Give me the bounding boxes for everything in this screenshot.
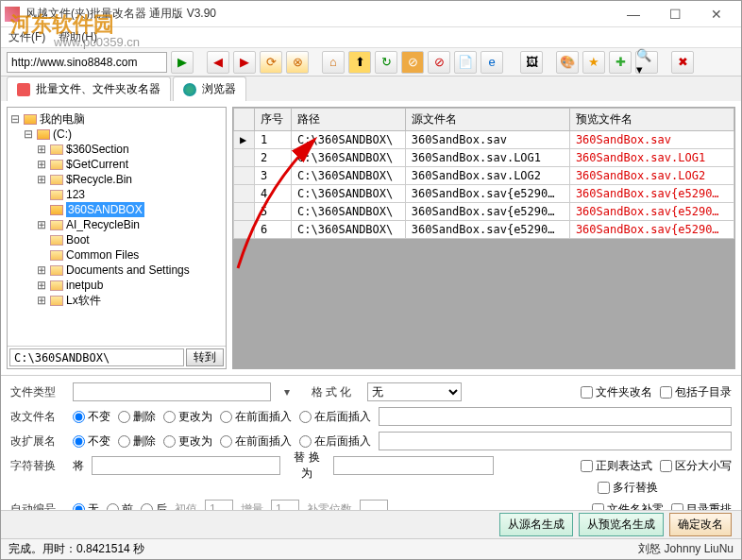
- window-title: 风越文件(夹)批量改名器 通用版 V3.90: [25, 6, 613, 22]
- name-del-radio[interactable]: 删除: [118, 409, 156, 425]
- name-value-input[interactable]: [379, 407, 732, 426]
- tree-panel: ⊟我的电脑⊟(C:)⊞$360Section⊞$GetCurrent⊞$Recy…: [7, 107, 227, 369]
- name-keep-radio[interactable]: 不变: [73, 409, 110, 425]
- tab-renamer-label: 批量文件、文件夹改名器: [36, 81, 160, 97]
- doc-icon[interactable]: 📄: [454, 51, 477, 74]
- ext-value-input[interactable]: [379, 432, 732, 450]
- ext-suf-radio[interactable]: 在后面插入: [299, 433, 371, 450]
- format-select[interactable]: 无: [367, 382, 462, 401]
- name-suf-radio[interactable]: 在后面插入: [299, 409, 371, 425]
- title-bar: 风越文件(夹)批量改名器 通用版 V3.90 — ☐ ✕: [1, 1, 741, 27]
- delete-icon[interactable]: ⊘: [401, 51, 424, 74]
- table-row[interactable]: ▶1C:\360SANDBOX\360SandBox.sav360SandBox…: [234, 131, 734, 149]
- table-row[interactable]: 6C:\360SANDBOX\360SandBox.sav{e5290…360S…: [234, 221, 734, 239]
- ie-icon[interactable]: e: [481, 51, 503, 74]
- replace-to-input[interactable]: [333, 456, 494, 475]
- status-bar: 完成。用时：0.8421514 秒 刘怒 Johnny LiuNu: [1, 538, 741, 559]
- folder-rename-check[interactable]: 文件夹改名: [581, 384, 652, 400]
- replace-from-label: 将: [73, 458, 84, 474]
- folder-tree[interactable]: ⊟我的电脑⊟(C:)⊞$360Section⊞$GetCurrent⊞$Recy…: [8, 108, 226, 346]
- grid-col[interactable]: 序号: [255, 109, 292, 131]
- goto-button[interactable]: 转到: [186, 348, 224, 366]
- stop-icon[interactable]: ⊗: [286, 51, 309, 74]
- image-icon[interactable]: 🖼: [520, 51, 543, 74]
- home-icon[interactable]: ⌂: [322, 51, 345, 74]
- gen-from-src-button[interactable]: 从源名生成: [499, 513, 573, 536]
- name-chg-radio[interactable]: 更改为: [163, 409, 212, 425]
- multiline-check[interactable]: 多行替换: [598, 480, 658, 496]
- up-icon[interactable]: ⬆: [348, 51, 371, 74]
- table-row[interactable]: 3C:\360SANDBOX\360SandBox.sav.LOG2360San…: [234, 167, 734, 185]
- tab-browser[interactable]: 浏览器: [173, 76, 246, 101]
- replace-to-label: 替 换 为: [288, 450, 326, 482]
- reload-icon[interactable]: ↻: [375, 51, 397, 74]
- maximize-button[interactable]: ☐: [654, 3, 696, 25]
- nav-back-icon[interactable]: ◀: [207, 51, 229, 74]
- palette-icon[interactable]: 🎨: [556, 51, 579, 74]
- block-icon[interactable]: ⊘: [428, 51, 450, 74]
- url-input[interactable]: [7, 52, 167, 73]
- tree-node[interactable]: ⊞$360Section: [9, 142, 224, 157]
- tree-node[interactable]: Boot: [9, 232, 224, 247]
- tab-renamer[interactable]: 批量文件、文件夹改名器: [7, 76, 171, 101]
- case-check[interactable]: 区分大小写: [660, 458, 732, 474]
- tab-browser-label: 浏览器: [202, 81, 236, 97]
- close-button[interactable]: ✕: [696, 3, 737, 25]
- filetype-input[interactable]: [73, 382, 271, 401]
- filetype-dd-icon[interactable]: ▾: [278, 385, 295, 399]
- minimize-button[interactable]: —: [613, 3, 654, 25]
- replace-from-input[interactable]: [92, 456, 280, 475]
- tree-node[interactable]: 360SANDBOX: [9, 202, 224, 217]
- status-text: 完成。用时：0.8421514 秒: [8, 541, 638, 557]
- tree-node[interactable]: ⊞AI_RecycleBin: [9, 217, 224, 232]
- ext-pre-radio[interactable]: 在前面插入: [220, 433, 292, 450]
- confirm-rename-button[interactable]: 确定改名: [669, 513, 732, 536]
- menu-file[interactable]: 文件(F): [8, 29, 45, 45]
- grid-col[interactable]: 预览文件名: [569, 109, 734, 131]
- regex-check[interactable]: 正则表达式: [581, 458, 652, 474]
- gen-from-preview-button[interactable]: 从预览名生成: [579, 513, 664, 536]
- status-user: 刘怒 Johnny LiuNu: [638, 541, 734, 557]
- add-icon[interactable]: ✚: [609, 51, 632, 74]
- ext-keep-radio[interactable]: 不变: [73, 433, 110, 450]
- app-icon: [5, 7, 20, 22]
- x-icon[interactable]: ✖: [671, 51, 694, 74]
- menu-bar: 文件(F) 帮助(H): [1, 27, 741, 48]
- modname-label: 改文件名: [10, 409, 65, 425]
- star-icon[interactable]: ★: [582, 51, 605, 74]
- tree-node[interactable]: ⊞$GetCurrent: [9, 157, 224, 172]
- tree-node[interactable]: ⊞$Recycle.Bin: [9, 172, 224, 187]
- table-row[interactable]: 5C:\360SANDBOX\360SandBox.sav{e5290…360S…: [234, 203, 734, 221]
- go-icon[interactable]: ▶: [171, 51, 194, 74]
- tree-node[interactable]: 123: [9, 187, 224, 202]
- format-label: 格 式 化: [303, 384, 360, 400]
- ext-del-radio[interactable]: 删除: [118, 433, 156, 450]
- table-row[interactable]: 4C:\360SANDBOX\360SandBox.sav{e5290…360S…: [234, 185, 734, 203]
- menu-help[interactable]: 帮助(H): [59, 29, 97, 45]
- ext-chg-radio[interactable]: 更改为: [163, 433, 212, 450]
- grid-col[interactable]: 路径: [292, 109, 406, 131]
- tree-node[interactable]: ⊞Lx软件: [9, 293, 224, 308]
- name-pre-radio[interactable]: 在前面插入: [220, 409, 292, 425]
- replace-label: 字符替换: [10, 458, 65, 474]
- grid-col[interactable]: 源文件名: [405, 109, 569, 131]
- filetype-label: 文件类型: [10, 384, 65, 400]
- grid-panel: 序号路径源文件名预览文件名▶1C:\360SANDBOX\360SandBox.…: [232, 107, 735, 369]
- action-bar: 从源名生成 从预览名生成 确定改名: [1, 510, 741, 538]
- table-row[interactable]: 2C:\360SANDBOX\360SandBox.sav.LOG1360San…: [234, 149, 734, 167]
- nav-fwd-icon[interactable]: ▶: [233, 51, 256, 74]
- tree-node[interactable]: ⊟我的电脑: [9, 111, 224, 127]
- file-grid[interactable]: 序号路径源文件名预览文件名▶1C:\360SANDBOX\360SandBox.…: [233, 108, 734, 239]
- refresh-icon[interactable]: ⟳: [260, 51, 282, 74]
- tree-node[interactable]: ⊟(C:): [9, 127, 224, 142]
- address-bar: ▶ ◀ ▶ ⟳ ⊗ ⌂ ⬆ ↻ ⊘ ⊘ 📄 e 🖼 🎨 ★ ✚ 🔍▾ ✖: [1, 48, 741, 76]
- tree-node[interactable]: ⊞Documents and Settings: [9, 263, 224, 278]
- tab-bar: 批量文件、文件夹改名器 浏览器: [1, 76, 741, 101]
- path-input[interactable]: [9, 348, 184, 366]
- globe-icon: [183, 83, 196, 96]
- include-sub-check[interactable]: 包括子目录: [660, 384, 732, 400]
- search-icon[interactable]: 🔍▾: [635, 51, 658, 74]
- tree-node[interactable]: ⊞inetpub: [9, 278, 224, 293]
- modext-label: 改扩展名: [10, 433, 65, 450]
- tree-node[interactable]: Common Files: [9, 247, 224, 263]
